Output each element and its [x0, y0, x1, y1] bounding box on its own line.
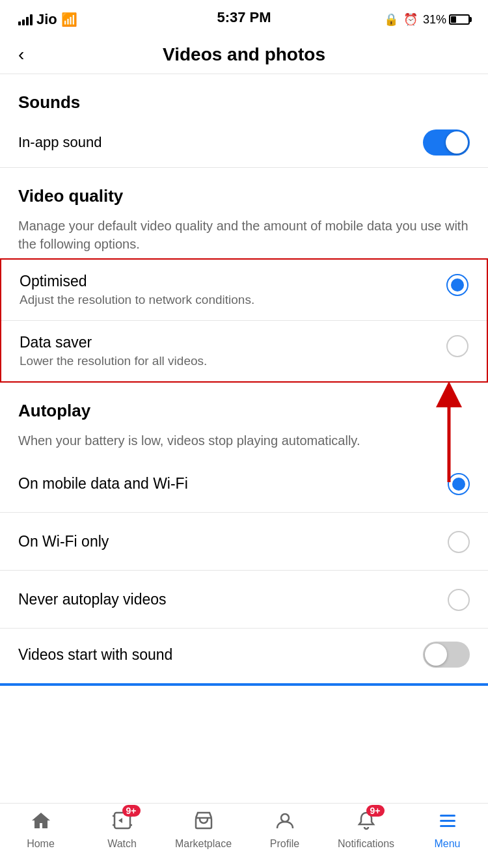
optimised-option[interactable]: Optimised Adjust the resolution to netwo… — [1, 260, 487, 320]
settings-content: Sounds In-app sound Video quality Manage… — [0, 74, 488, 686]
lock-icon: 🔒 — [384, 12, 398, 27]
signal-bars — [18, 14, 33, 25]
in-app-sound-label: In-app sound — [18, 134, 102, 151]
autoplay-section-header: Autoplay — [0, 383, 488, 426]
wifi-icon: 📶 — [61, 12, 77, 27]
video-quality-section-header: Video quality — [0, 168, 488, 211]
video-quality-desc: Manage your default video quality and th… — [0, 211, 488, 258]
notifications-icon: 9+ — [356, 810, 377, 835]
autoplay-section: Autoplay When your battery is low, video… — [0, 383, 488, 686]
nav-notifications-label: Notifications — [338, 838, 394, 850]
autoplay-wifi-only-radio[interactable] — [448, 531, 470, 553]
alarm-icon: ⏰ — [403, 12, 418, 27]
nav-item-home[interactable]: Home — [0, 810, 81, 850]
carrier-label: Jio — [36, 11, 57, 28]
videos-start-sound-label: Videos start with sound — [18, 646, 172, 664]
sounds-section-header: Sounds — [0, 74, 488, 118]
profile-icon — [275, 810, 295, 835]
bottom-nav: Home 9+ Watch Marketplace — [0, 803, 488, 868]
menu-icon — [437, 810, 458, 835]
video-quality-title: Video quality — [18, 186, 123, 206]
sounds-title: Sounds — [18, 92, 80, 112]
nav-item-menu[interactable]: Menu — [407, 810, 488, 850]
page-header: ‹ Videos and photos — [0, 35, 488, 74]
battery-fill — [451, 16, 456, 23]
nav-item-watch[interactable]: 9+ Watch — [81, 810, 163, 850]
autoplay-title: Autoplay — [18, 401, 90, 420]
svg-point-4 — [281, 814, 289, 822]
status-time: 5:37 PM — [217, 9, 271, 26]
page-title: Videos and photos — [163, 44, 325, 65]
data-saver-radio[interactable] — [446, 335, 468, 357]
autoplay-wifi-only-label: On Wi-Fi only — [18, 533, 109, 550]
videos-start-sound-toggle[interactable] — [423, 642, 470, 668]
status-right: 🔒 ⏰ 31% — [384, 12, 470, 27]
videos-start-sound-row: Videos start with sound — [0, 629, 488, 686]
nav-item-notifications[interactable]: 9+ Notifications — [325, 810, 407, 850]
nav-item-marketplace[interactable]: Marketplace — [163, 810, 244, 850]
in-app-sound-row: In-app sound — [0, 118, 488, 168]
svg-rect-7 — [440, 825, 455, 827]
optimised-subtitle: Adjust the resolution to network conditi… — [20, 293, 436, 307]
watch-badge: 9+ — [122, 805, 141, 817]
notifications-badge: 9+ — [366, 805, 385, 817]
autoplay-wifi-only-row[interactable]: On Wi-Fi only — [0, 513, 488, 571]
nav-watch-label: Watch — [107, 838, 137, 850]
nav-item-profile[interactable]: Profile — [244, 810, 325, 850]
nav-marketplace-label: Marketplace — [175, 838, 232, 850]
autoplay-never-label: Never autoplay videos — [18, 591, 167, 608]
nav-home-label: Home — [27, 838, 55, 850]
data-saver-subtitle: Lower the resolution for all videos. — [20, 354, 436, 368]
battery-container: 31% — [423, 13, 470, 27]
in-app-sound-toggle[interactable] — [423, 129, 470, 156]
optimised-radio[interactable] — [446, 274, 468, 296]
marketplace-icon — [193, 810, 214, 835]
autoplay-desc: When your battery is low, videos stop pl… — [0, 426, 488, 455]
autoplay-mobile-wifi-radio[interactable] — [448, 473, 470, 495]
back-button[interactable]: ‹ — [18, 44, 24, 65]
nav-menu-label: Menu — [434, 838, 460, 850]
svg-rect-6 — [440, 820, 455, 822]
status-left: Jio 📶 — [18, 11, 77, 28]
autoplay-mobile-wifi-label: On mobile data and Wi-Fi — [18, 475, 188, 493]
data-saver-option[interactable]: Data saver Lower the resolution for all … — [1, 320, 487, 381]
data-saver-title: Data saver — [20, 334, 436, 351]
status-bar: Jio 📶 5:37 PM 🔒 ⏰ 31% — [0, 0, 488, 35]
autoplay-never-row[interactable]: Never autoplay videos — [0, 571, 488, 629]
home-icon — [31, 810, 51, 835]
optimised-title: Optimised — [20, 273, 436, 290]
nav-profile-label: Profile — [270, 838, 299, 850]
watch-icon: 9+ — [112, 810, 133, 835]
svg-rect-5 — [440, 815, 455, 817]
video-quality-options: Optimised Adjust the resolution to netwo… — [0, 258, 488, 383]
toggle-knob — [446, 131, 468, 154]
battery-percent: 31% — [423, 13, 446, 27]
autoplay-mobile-wifi-row[interactable]: On mobile data and Wi-Fi — [0, 455, 488, 513]
autoplay-never-radio[interactable] — [448, 589, 470, 611]
battery-icon — [449, 14, 470, 25]
